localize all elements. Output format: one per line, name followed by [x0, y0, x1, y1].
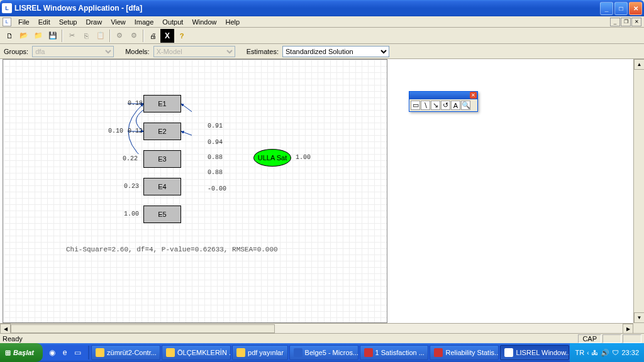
- draw-text-button[interactable]: A: [451, 101, 460, 110]
- rect-icon: ▭: [413, 101, 419, 109]
- estimates-select[interactable]: Standardized Solution: [282, 46, 389, 57]
- observed-box-e3[interactable]: E3: [143, 150, 181, 168]
- task-label: zümrüt2-Contr...: [107, 349, 157, 356]
- latent-ellipse[interactable]: ULLA Sat: [253, 149, 291, 167]
- tray-volume-icon[interactable]: 🔊: [601, 349, 609, 357]
- workspace: E1 E2 E3 E4 E5 ULLA Sat 0.91 0.94 0.88 0…: [0, 59, 644, 323]
- system-tray[interactable]: TR ‹ 🖧 🔊 🛡 23:32: [570, 343, 644, 362]
- taskbar-task[interactable]: Belge5 - Micros...: [289, 345, 358, 360]
- ql-desktop-icon[interactable]: ▭: [72, 346, 83, 359]
- taskbar: ⊞ Başlat ◉ e ▭ zümrüt2-Contr... ÖLÇEMKLE…: [0, 343, 644, 362]
- minimize-button[interactable]: _: [600, 2, 613, 15]
- tool-b-button: ⚙: [127, 29, 141, 43]
- error-value: 0.23: [124, 183, 139, 190]
- folder-icon: [166, 348, 175, 357]
- error-value: 1.00: [124, 211, 139, 217]
- menu-edit[interactable]: Edit: [34, 18, 55, 26]
- maximize-button[interactable]: □: [614, 2, 628, 15]
- tool-icon: ⚙: [131, 31, 137, 40]
- latent-variance-value: 1.00: [296, 154, 311, 161]
- cut-button: ✂: [65, 29, 79, 43]
- latent-label: ULLA Sat: [258, 154, 287, 162]
- new-button[interactable]: 🗋: [3, 29, 16, 43]
- toolbar-separator: [109, 30, 111, 42]
- help-icon: ?: [180, 32, 184, 40]
- box-label: E1: [158, 100, 166, 107]
- scroll-down-button[interactable]: ▼: [634, 312, 644, 323]
- menu-draw[interactable]: Draw: [81, 18, 106, 26]
- arrow-icon: ↘: [433, 101, 438, 109]
- mdi-restore-button[interactable]: ❐: [621, 18, 631, 26]
- text-icon: A: [453, 102, 458, 109]
- draw-line-button[interactable]: ∖: [421, 101, 430, 110]
- copy-button: ⎘: [79, 29, 93, 43]
- taskbar-task[interactable]: 1 Satisfaction ...: [360, 345, 429, 360]
- open-button[interactable]: 📂: [17, 29, 31, 43]
- scroll-track[interactable]: [11, 324, 623, 333]
- language-indicator[interactable]: TR: [575, 349, 584, 356]
- word-icon: [294, 348, 303, 357]
- task-label: LISREL Window...: [516, 349, 569, 356]
- groups-select[interactable]: dfa: [32, 46, 114, 57]
- taskbar-task[interactable]: zümrüt2-Contr...: [91, 345, 160, 360]
- close-button[interactable]: ✕: [629, 2, 642, 15]
- help-button[interactable]: ?: [175, 29, 189, 43]
- mdi-close-button[interactable]: ✕: [631, 18, 641, 26]
- taskbar-task-active[interactable]: LISREL Window...: [500, 345, 569, 360]
- drawing-toolbar-close-button[interactable]: ✕: [470, 92, 477, 99]
- mdi-minimize-button[interactable]: _: [610, 18, 620, 26]
- import-button[interactable]: 📁: [31, 29, 45, 43]
- draw-rect-button[interactable]: ▭: [411, 101, 420, 110]
- start-button[interactable]: ⊞ Başlat: [0, 343, 43, 362]
- tray-icon[interactable]: ‹: [587, 349, 589, 356]
- menu-help[interactable]: Help: [221, 18, 245, 26]
- drawing-toolbar-titlebar[interactable]: ✕: [409, 92, 477, 99]
- taskbar-task[interactable]: Reliability Statis...: [430, 345, 499, 360]
- scroll-thumb[interactable]: [11, 324, 275, 333]
- menu-setup[interactable]: Setup: [55, 18, 82, 26]
- box-label: E3: [158, 155, 166, 163]
- tray-network-icon[interactable]: 🖧: [591, 349, 598, 356]
- menu-output[interactable]: Output: [158, 18, 187, 26]
- scroll-up-button[interactable]: ▲: [634, 59, 644, 70]
- status-cap-text: CAP: [578, 334, 601, 343]
- box-label: E5: [158, 211, 166, 218]
- status-bar: Ready CAP: [0, 333, 644, 343]
- ql-ie-icon[interactable]: e: [59, 346, 70, 359]
- observed-box-e5[interactable]: E5: [143, 206, 181, 223]
- menu-view[interactable]: View: [106, 18, 130, 26]
- scroll-left-button[interactable]: ◀: [0, 324, 11, 334]
- menu-image[interactable]: Image: [130, 18, 158, 26]
- grid-background: [3, 60, 387, 322]
- draw-arrow-button[interactable]: ↘: [431, 101, 440, 110]
- diagram-canvas[interactable]: E1 E2 E3 E4 E5 ULLA Sat 0.91 0.94 0.88 0…: [3, 59, 387, 323]
- save-button[interactable]: 💾: [46, 29, 60, 43]
- scroll-right-button[interactable]: ▶: [623, 324, 633, 334]
- horizontal-scrollbar[interactable]: ◀ ▶: [0, 323, 633, 333]
- models-select[interactable]: X-Model: [153, 46, 235, 57]
- observed-box-e4[interactable]: E4: [143, 178, 181, 195]
- document-icon[interactable]: L: [3, 18, 11, 26]
- zoom-button[interactable]: 🔍: [461, 101, 470, 110]
- ql-chrome-icon[interactable]: ◉: [47, 346, 58, 359]
- menu-file[interactable]: File: [14, 18, 34, 26]
- vertical-scrollbar[interactable]: ▲ ▼: [633, 59, 644, 323]
- task-label: 1 Satisfaction ...: [375, 349, 425, 356]
- clock-text[interactable]: 23:32: [621, 349, 639, 356]
- spss-icon: [434, 348, 443, 357]
- status-ready-text: Ready: [3, 335, 23, 343]
- print-button[interactable]: 🖨: [146, 29, 160, 43]
- print-icon: 🖨: [150, 32, 157, 40]
- taskbar-task[interactable]: pdf yayınlar: [232, 345, 288, 360]
- taskbar-task[interactable]: ÖLÇEMKLERİN ...: [162, 345, 231, 360]
- tray-shield-icon[interactable]: 🛡: [612, 349, 619, 356]
- observed-box-e1[interactable]: E1: [143, 95, 181, 112]
- task-label: pdf yayınlar: [248, 349, 284, 356]
- curve-icon: ↺: [443, 101, 448, 109]
- observed-box-e2[interactable]: E2: [143, 123, 181, 140]
- menu-bar: L File Edit Setup Draw View Image Output…: [0, 16, 644, 28]
- drawing-toolbar[interactable]: ✕ ▭ ∖ ↘ ↺ A 🔍: [409, 91, 478, 112]
- menu-window[interactable]: Window: [187, 18, 221, 26]
- draw-curve-button[interactable]: ↺: [441, 101, 450, 110]
- mode-x-button[interactable]: X: [160, 29, 174, 43]
